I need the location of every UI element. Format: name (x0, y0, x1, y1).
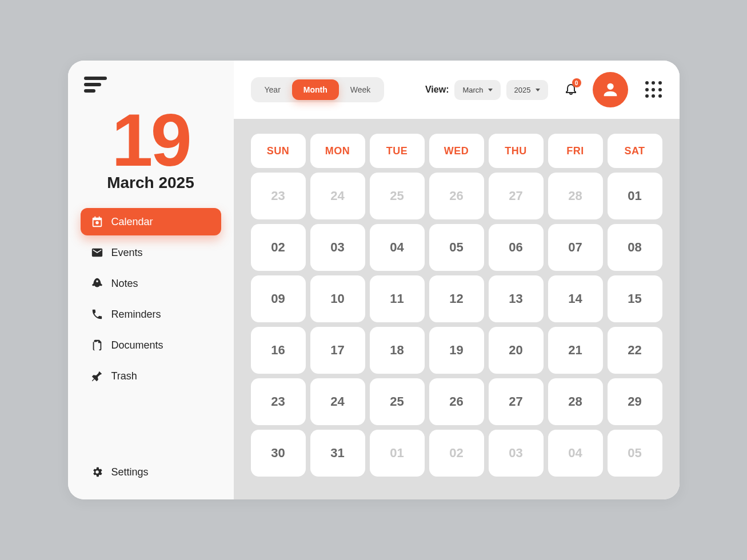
day-cell[interactable]: 19 (429, 327, 484, 374)
day-cell[interactable]: 18 (370, 327, 425, 374)
apps-grid-icon[interactable] (645, 81, 662, 98)
sidebar: 19 March 2025 CalendarEventsNotesReminde… (68, 61, 234, 499)
notifications-button[interactable]: 0 (564, 82, 578, 98)
day-cell[interactable]: 05 (429, 224, 484, 271)
day-cell[interactable]: 08 (608, 224, 662, 271)
day-cell[interactable]: 28 (548, 173, 603, 219)
sidebar-item-documents[interactable]: Documents (81, 331, 221, 359)
pin-icon (91, 370, 103, 382)
rocket-icon (91, 277, 103, 290)
day-cell[interactable]: 13 (489, 275, 544, 322)
sidebar-nav: CalendarEventsNotesRemindersDocumentsTra… (81, 208, 221, 390)
day-cell[interactable]: 04 (548, 430, 603, 477)
menu-icon[interactable] (84, 77, 107, 93)
sidebar-item-label: Calendar (111, 216, 153, 228)
weekday-header: TUE (370, 134, 425, 168)
sidebar-item-label: Trash (111, 370, 137, 382)
day-cell[interactable]: 27 (489, 173, 544, 219)
day-cell[interactable]: 15 (608, 275, 662, 322)
view-selectors: View: March 2025 (425, 80, 548, 100)
day-cell[interactable]: 25 (370, 378, 425, 425)
sidebar-item-reminders[interactable]: Reminders (81, 301, 221, 328)
day-cell[interactable]: 30 (251, 430, 306, 477)
weekday-header: WED (429, 134, 484, 168)
day-cell[interactable]: 29 (608, 378, 662, 425)
month-dropdown-value: March (462, 86, 483, 94)
day-cell[interactable]: 27 (489, 378, 544, 425)
view-label: View: (425, 85, 449, 95)
view-segmented-control: YearMonthWeek (251, 77, 385, 102)
day-cell[interactable]: 02 (429, 430, 484, 477)
weekday-header: MON (310, 134, 365, 168)
day-cell[interactable]: 02 (251, 224, 306, 271)
phone-icon (91, 308, 103, 321)
day-cell[interactable]: 22 (608, 327, 662, 374)
day-cell[interactable]: 24 (310, 173, 365, 219)
weekday-header: THU (489, 134, 544, 168)
chevron-down-icon (536, 89, 540, 91)
day-cell[interactable]: 17 (310, 327, 365, 374)
day-cell[interactable]: 14 (548, 275, 603, 322)
user-icon (601, 80, 620, 99)
day-cell[interactable]: 10 (310, 275, 365, 322)
day-cell[interactable]: 25 (370, 173, 425, 219)
sidebar-item-label: Notes (111, 278, 138, 290)
day-cell[interactable]: 05 (608, 430, 662, 477)
mail-icon (91, 246, 103, 259)
segment-week[interactable]: Week (339, 79, 382, 100)
main-panel: YearMonthWeek View: March 2025 0 SUNMONT… (234, 61, 680, 499)
day-cell[interactable]: 03 (489, 430, 544, 477)
sidebar-item-label: Documents (111, 339, 163, 351)
segment-year[interactable]: Year (253, 79, 292, 100)
chevron-down-icon (488, 89, 493, 91)
year-dropdown-value: 2025 (514, 86, 531, 94)
day-cell[interactable]: 23 (251, 173, 306, 219)
calendar-area: SUNMONTUEWEDTHUFRISAT2324252627280102030… (234, 119, 680, 499)
day-cell[interactable]: 16 (251, 327, 306, 374)
user-avatar[interactable] (593, 72, 628, 107)
calendar-icon (91, 215, 103, 228)
day-cell[interactable]: 09 (251, 275, 306, 322)
day-cell[interactable]: 04 (370, 224, 425, 271)
weekday-header: FRI (548, 134, 603, 168)
sidebar-item-label: Reminders (111, 309, 161, 321)
day-cell[interactable]: 31 (310, 430, 365, 477)
day-cell[interactable]: 21 (548, 327, 603, 374)
day-cell[interactable]: 26 (429, 173, 484, 219)
day-cell[interactable]: 03 (310, 224, 365, 271)
sidebar-item-trash[interactable]: Trash (81, 362, 221, 390)
topbar: YearMonthWeek View: March 2025 0 (234, 61, 680, 119)
day-cell[interactable]: 24 (310, 378, 365, 425)
weekday-header: SUN (251, 134, 306, 168)
sidebar-item-settings[interactable]: Settings (81, 458, 221, 486)
day-cell[interactable]: 28 (548, 378, 603, 425)
day-cell[interactable]: 20 (489, 327, 544, 374)
sidebar-item-events[interactable]: Events (81, 239, 221, 266)
day-cell[interactable]: 06 (489, 224, 544, 271)
app-window: 19 March 2025 CalendarEventsNotesReminde… (68, 61, 680, 499)
notification-badge: 0 (572, 78, 581, 87)
segment-month[interactable]: Month (292, 79, 339, 100)
day-cell[interactable]: 12 (429, 275, 484, 322)
sidebar-item-calendar[interactable]: Calendar (81, 208, 221, 235)
month-dropdown[interactable]: March (454, 80, 500, 100)
day-cell[interactable]: 23 (251, 378, 306, 425)
sidebar-item-notes[interactable]: Notes (81, 270, 221, 297)
sidebar-item-label: Events (111, 247, 143, 259)
day-cell[interactable]: 26 (429, 378, 484, 425)
day-cell[interactable]: 07 (548, 224, 603, 271)
year-dropdown[interactable]: 2025 (506, 80, 548, 100)
gear-icon (91, 466, 103, 478)
sidebar-item-label: Settings (111, 466, 149, 478)
doc-icon (91, 339, 103, 351)
weekday-header: SAT (608, 134, 662, 168)
day-cell[interactable]: 01 (608, 173, 662, 219)
day-cell[interactable]: 11 (370, 275, 425, 322)
current-month-year: March 2025 (81, 174, 221, 192)
day-cell[interactable]: 01 (370, 430, 425, 477)
calendar-grid: SUNMONTUEWEDTHUFRISAT2324252627280102030… (251, 134, 662, 477)
current-day-number: 19 (81, 103, 221, 177)
